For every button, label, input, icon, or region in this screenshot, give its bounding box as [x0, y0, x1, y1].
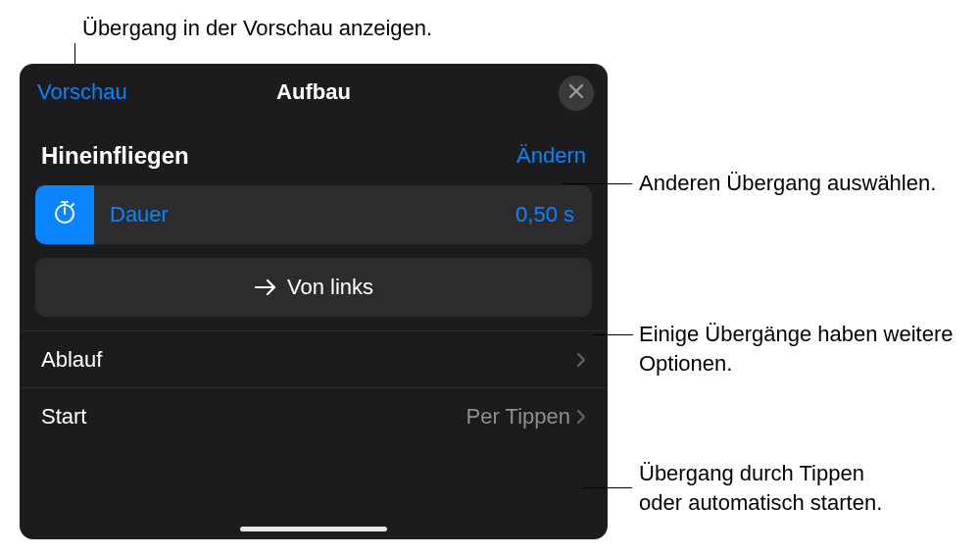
callout-text: Übergang durch Tippen	[639, 459, 882, 488]
chevron-right-icon	[576, 352, 586, 368]
direction-row[interactable]: Von links	[35, 258, 592, 317]
svg-line-4	[72, 204, 74, 206]
order-row[interactable]: Ablauf	[20, 330, 608, 387]
callout-line	[583, 487, 632, 488]
build-panel: Vorschau Aufbau Hineinfliegen Ändern	[20, 64, 608, 539]
effect-header: Hineinfliegen Ändern	[20, 121, 608, 185]
panel-header: Vorschau Aufbau	[20, 64, 608, 121]
start-row[interactable]: Start Per Tippen	[20, 387, 608, 444]
start-label: Start	[41, 404, 86, 430]
direction-label: Von links	[287, 275, 373, 300]
change-button[interactable]: Ändern	[516, 143, 586, 169]
callout-change: Anderen Übergang auswählen.	[639, 169, 936, 198]
close-icon	[568, 83, 584, 103]
callout-options: Einige Übergänge haben weitere Optionen.	[639, 320, 980, 378]
callout-text: oder automatisch starten.	[639, 488, 882, 518]
panel-title: Aufbau	[276, 79, 351, 105]
callout-text: Anderen Übergang auswählen.	[639, 169, 936, 198]
order-label: Ablauf	[41, 347, 102, 373]
callout-preview: Übergang in der Vorschau anzeigen.	[82, 14, 432, 43]
effect-name: Hineinfliegen	[41, 142, 189, 170]
callout-line	[562, 183, 632, 184]
start-value: Per Tippen	[466, 404, 570, 430]
callout-text: Einige Übergänge haben weitere Optionen.	[639, 320, 980, 378]
close-button[interactable]	[559, 76, 594, 111]
duration-left: Dauer	[35, 185, 169, 244]
arrow-right-icon	[254, 278, 277, 297]
callout-line	[592, 334, 633, 335]
chevron-right-icon	[576, 409, 586, 425]
duration-value: 0,50 s	[515, 202, 574, 227]
stopwatch-icon	[51, 198, 78, 231]
callout-start: Übergang durch Tippen oder automatisch s…	[639, 459, 882, 517]
duration-row[interactable]: Dauer 0,50 s	[35, 185, 592, 244]
duration-label: Dauer	[110, 202, 169, 227]
preview-button[interactable]: Vorschau	[37, 79, 127, 105]
timer-badge	[35, 185, 94, 244]
home-indicator	[240, 527, 387, 531]
